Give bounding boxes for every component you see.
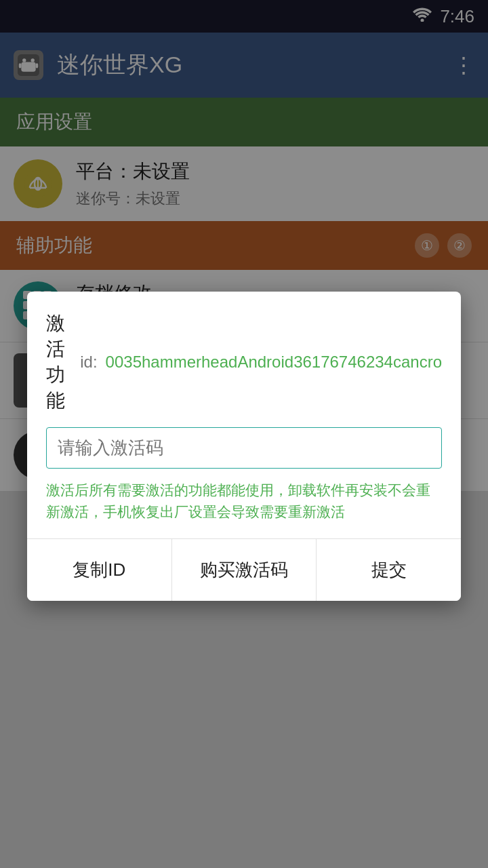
dialog-id-value: 0035hammerheadAndroid36176746234cancro [106,353,442,372]
dialog-actions: 复制ID 购买激活码 提交 [27,538,461,601]
dialog-id-label: id: [80,353,97,372]
submit-button[interactable]: 提交 [317,539,461,601]
dialog-hint: 激活后所有需要激活的功能都能使用，卸载软件再安装不会重新激活，手机恢复出厂设置会… [46,479,442,522]
copy-id-button[interactable]: 复制ID [27,539,172,601]
activation-input[interactable] [58,437,430,458]
activation-dialog: 激活功能 id: 0035hammerheadAndroid3617674623… [27,292,461,601]
dialog-title: 激活功能 [46,311,72,414]
dialog-content: 激活功能 id: 0035hammerheadAndroid3617674623… [27,292,461,538]
dialog-title-row: 激活功能 id: 0035hammerheadAndroid3617674623… [46,311,442,414]
activation-input-wrapper[interactable] [46,427,442,469]
buy-code-button[interactable]: 购买激活码 [172,539,317,601]
